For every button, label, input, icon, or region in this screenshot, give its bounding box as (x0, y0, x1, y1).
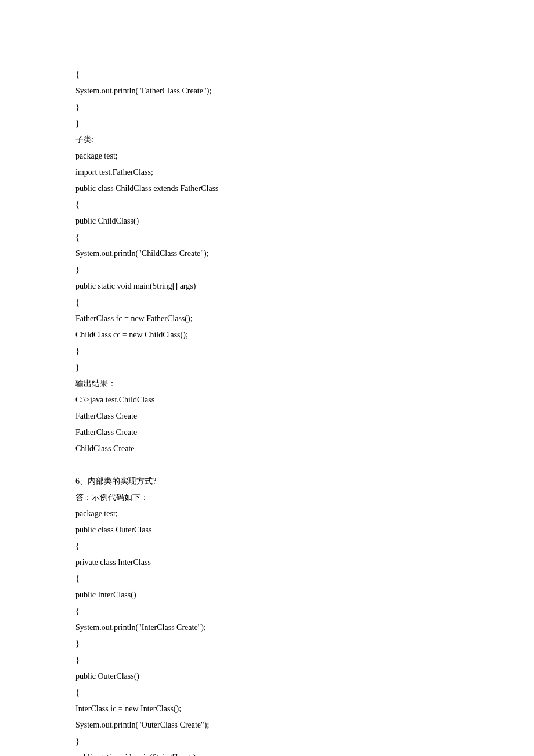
text-line: FatherClass fc = new FatherClass(); (75, 311, 459, 327)
text-line: FatherClass Create (75, 424, 459, 441)
text-line: ChildClass Create (75, 441, 459, 457)
text-line: InterClass ic = new InterClass(); (75, 701, 459, 717)
text-line: public ChildClass() (75, 213, 459, 229)
text-line: } (75, 636, 459, 652)
text-line: System.out.println("FatherClass Create")… (75, 83, 459, 99)
text-line: public InterClass() (75, 587, 459, 603)
text-line: package test; (75, 506, 459, 522)
document-page: {System.out.println("FatherClass Create"… (0, 0, 534, 756)
text-line: System.out.println("OuterClass Create"); (75, 717, 459, 733)
text-line: import test.FatherClass; (75, 164, 459, 181)
text-line: 答：示例代码如下： (75, 489, 459, 506)
text-line: 6、内部类的实现方式? (75, 473, 459, 489)
text-line: { (75, 67, 459, 83)
text-line: } (75, 733, 459, 750)
text-line: public class OuterClass (75, 522, 459, 538)
text-line: private class InterClass (75, 555, 459, 571)
text-line: } (75, 262, 459, 278)
text-line: FatherClass Create (75, 408, 459, 424)
text-line: { (75, 603, 459, 620)
blank-line (75, 457, 459, 473)
text-line: } (75, 652, 459, 668)
text-line: C:\>java test.ChildClass (75, 392, 459, 408)
text-line: { (75, 229, 459, 246)
text-line: { (75, 294, 459, 311)
text-line: public static void main(String[] args) (75, 278, 459, 294)
text-line: { (75, 197, 459, 213)
text-line: { (75, 538, 459, 555)
text-line: } (75, 359, 459, 376)
text-line: package test; (75, 148, 459, 164)
text-line: } (75, 99, 459, 116)
text-line: public OuterClass() (75, 668, 459, 685)
text-line: { (75, 571, 459, 587)
text-line: } (75, 343, 459, 359)
text-line: public static void main(String[] args) (75, 750, 459, 756)
text-line: 子类: (75, 132, 459, 148)
text-line: } (75, 116, 459, 132)
text-line: System.out.println("ChildClass Create"); (75, 246, 459, 262)
text-line: 输出结果： (75, 376, 459, 392)
text-line: { (75, 685, 459, 701)
text-line: public class ChildClass extends FatherCl… (75, 181, 459, 197)
text-line: ChildClass cc = new ChildClass(); (75, 327, 459, 343)
text-line: System.out.println("InterClass Create"); (75, 620, 459, 636)
